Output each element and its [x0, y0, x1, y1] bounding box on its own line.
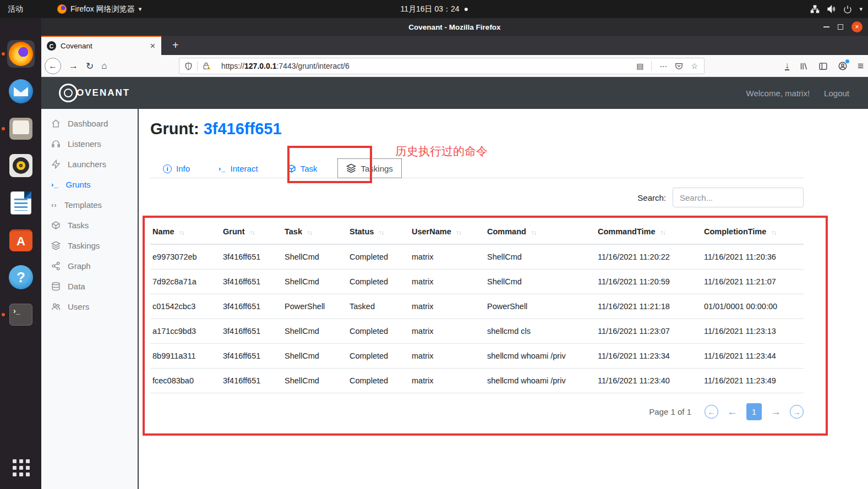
- annotation-box-table: [143, 216, 828, 436]
- sidebar-label: Grunts: [66, 180, 91, 189]
- share-graph-icon: [51, 261, 61, 271]
- apps-grid-icon: [13, 459, 30, 476]
- dock-software-button[interactable]: A: [7, 227, 35, 254]
- grunt-tabs: i Info ›_ Interact Task Taskings: [150, 158, 804, 178]
- tab-close-icon[interactable]: ✕: [150, 42, 156, 50]
- home-icon: [51, 119, 61, 128]
- covenant-logo-icon: [59, 84, 78, 102]
- sidebar-item-templates[interactable]: ‹› Templates: [41, 195, 138, 215]
- zap-icon: [51, 160, 61, 169]
- sidebar-label: Listeners: [68, 139, 101, 149]
- layers-icon: [51, 241, 61, 250]
- window-titlebar[interactable]: Covenant - Mozilla Firefox ×: [41, 18, 868, 36]
- back-button[interactable]: ←: [45, 58, 61, 74]
- sidebar-label: Tasks: [68, 221, 89, 230]
- caret-down-icon: ▾: [139, 6, 142, 13]
- dock-libreoffice-writer-button[interactable]: [7, 189, 35, 217]
- sidebar-label: Launchers: [68, 160, 106, 169]
- close-button[interactable]: ×: [851, 21, 862, 32]
- sidebar: Dashboard Listeners Launchers ›_ Grunts …: [41, 109, 139, 489]
- database-icon: [51, 282, 61, 291]
- headphones-icon: [51, 139, 61, 149]
- menu-hamburger-icon[interactable]: ≡: [858, 60, 864, 72]
- sidebar-item-launchers[interactable]: Launchers: [41, 154, 138, 174]
- library-icon[interactable]: [799, 62, 809, 71]
- sidebar-label: Dashboard: [68, 119, 108, 128]
- covenant-brand[interactable]: OVENANT: [59, 84, 130, 102]
- browser-tab-covenant[interactable]: C Covenant ✕: [41, 36, 161, 55]
- minimize-button[interactable]: [823, 26, 829, 28]
- power-icon: [843, 5, 852, 14]
- files-icon: [9, 118, 32, 140]
- terminal-icon: ›_: [219, 164, 226, 173]
- tab-interact[interactable]: ›_ Interact: [210, 160, 266, 178]
- search-row: Search:: [150, 188, 804, 207]
- tracking-shield-icon[interactable]: [184, 62, 193, 70]
- window-title: Covenant - Mozilla Firefox: [41, 18, 868, 36]
- firefox-mini-icon: [57, 4, 67, 14]
- activities-button[interactable]: 活动: [0, 4, 31, 14]
- running-dot-icon: [2, 52, 5, 56]
- reload-button[interactable]: ↻: [86, 61, 94, 72]
- reader-mode-icon[interactable]: ▤: [636, 62, 643, 70]
- clock-menu[interactable]: 11月16日 03：24: [400, 4, 467, 14]
- running-dot-icon: [2, 313, 5, 316]
- users-icon: [51, 302, 61, 311]
- insecure-lock-icon[interactable]: [202, 62, 211, 70]
- sidebar-item-dashboard[interactable]: Dashboard: [41, 113, 138, 134]
- dock-terminal-button[interactable]: ›_: [7, 301, 35, 328]
- ubuntu-top-bar: 活动 Firefox 网络浏览器 ▾ 11月16日 03：24 ▾: [0, 0, 868, 18]
- app-menu-button[interactable]: Firefox 网络浏览器 ▾: [57, 4, 141, 14]
- dock-firefox-button[interactable]: [7, 40, 35, 68]
- new-tab-button[interactable]: +: [168, 36, 183, 55]
- grunt-id-link[interactable]: 3f416ff651: [204, 120, 282, 138]
- forward-button[interactable]: →: [69, 61, 78, 72]
- page-actions-icon[interactable]: ⋯: [659, 62, 667, 70]
- dock-thunderbird-button[interactable]: [7, 78, 35, 105]
- url-bar[interactable]: https://127.0.0.1:7443/grunt/interact/6 …: [179, 58, 705, 74]
- divider: [197, 61, 198, 71]
- sidebar-label: Taskings: [68, 241, 100, 250]
- tab-title: Covenant: [61, 42, 145, 50]
- sidebar-item-data[interactable]: Data: [41, 276, 138, 296]
- account-button[interactable]: [838, 61, 848, 71]
- libreoffice-writer-icon: [10, 191, 31, 215]
- annotation-text: 历史执行过的命令: [395, 144, 488, 159]
- tab-label: Interact: [231, 164, 258, 173]
- show-applications-button[interactable]: [7, 454, 35, 481]
- box-icon: [51, 221, 61, 230]
- sidebar-item-tasks[interactable]: Tasks: [41, 215, 138, 235]
- home-button[interactable]: ⌂: [101, 61, 107, 72]
- dock-rhythmbox-button[interactable]: [7, 152, 35, 179]
- tab-info[interactable]: i Info: [155, 160, 198, 178]
- search-input[interactable]: [673, 188, 804, 207]
- info-icon: i: [163, 164, 172, 173]
- dock-files-button[interactable]: [7, 115, 35, 142]
- dock: A ? ›_: [0, 18, 41, 489]
- sidebars-icon[interactable]: [818, 62, 828, 71]
- sidebar-item-taskings[interactable]: Taskings: [41, 235, 138, 256]
- running-dot-icon: [2, 127, 5, 130]
- divider: [651, 61, 652, 71]
- logout-link[interactable]: Logout: [824, 89, 849, 98]
- sidebar-label: Templates: [64, 200, 102, 210]
- sidebar-item-graph[interactable]: Graph: [41, 256, 138, 276]
- url-text[interactable]: https://127.0.0.1:7443/grunt/interact/6: [216, 62, 636, 70]
- tab-label: Info: [176, 164, 190, 173]
- welcome-text: Welcome, matrix!: [746, 89, 810, 98]
- system-status-menu[interactable]: ▾: [810, 4, 862, 14]
- sidebar-item-users[interactable]: Users: [41, 296, 138, 317]
- dock-help-button[interactable]: ?: [7, 263, 35, 291]
- bookmark-star-icon[interactable]: ☆: [691, 62, 698, 70]
- help-icon: ?: [9, 265, 33, 289]
- restore-button[interactable]: [838, 24, 843, 30]
- network-icon: [810, 4, 820, 14]
- terminal-icon: ›_: [9, 304, 32, 326]
- rhythmbox-icon: [9, 154, 32, 177]
- sidebar-item-listeners[interactable]: Listeners: [41, 134, 138, 154]
- downloads-icon[interactable]: ↓: [785, 62, 789, 70]
- sidebar-label: Data: [68, 282, 85, 291]
- pocket-icon[interactable]: [675, 62, 683, 70]
- notification-dot-icon: [465, 8, 468, 11]
- sidebar-item-grunts[interactable]: ›_ Grunts: [41, 174, 138, 195]
